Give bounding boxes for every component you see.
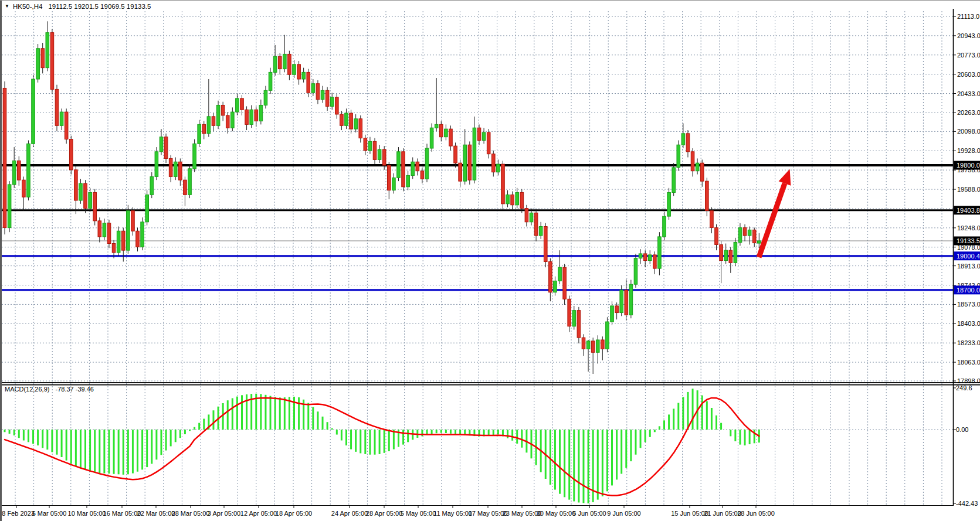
bearish-candle <box>364 138 367 151</box>
bullish-candle <box>430 128 433 148</box>
bearish-candle <box>278 56 282 69</box>
bullish-candle <box>330 97 334 106</box>
time-tick-label: 28 Mar 05:00 <box>172 510 210 517</box>
time-tick-label: 28 Apr 05:00 <box>366 510 402 517</box>
price-axis[interactable]: 21113.020943.020773.020603.020433.020263… <box>954 13 980 507</box>
annotation-arrow[interactable] <box>759 169 791 257</box>
price-tick-label: 19588.0 <box>957 186 980 193</box>
bearish-candle <box>710 210 714 227</box>
bullish-candle <box>155 152 158 177</box>
price-tick-label: 17898.0 <box>957 377 980 384</box>
bullish-candle <box>174 162 177 176</box>
bearish-candle <box>41 49 45 68</box>
bullish-candle <box>606 322 609 349</box>
price-tick-label: 21113.0 <box>957 13 979 20</box>
bearish-candle <box>706 181 709 210</box>
bullish-candle <box>283 54 287 69</box>
price-badge-label: 19800.0 <box>957 162 980 169</box>
bearish-candle <box>359 119 362 138</box>
bearish-candle <box>226 115 229 128</box>
bearish-candle <box>615 306 619 313</box>
bullish-candle <box>302 72 306 79</box>
bearish-candle <box>22 180 26 197</box>
bullish-candle <box>27 144 30 197</box>
time-tick-label: 6 Mar 05:00 <box>32 510 67 517</box>
bullish-candle <box>558 267 562 281</box>
time-axis[interactable]: 28 Feb 20236 Mar 05:0010 Mar 05:0016 Mar… <box>0 506 775 517</box>
bearish-candle <box>752 230 756 243</box>
bearish-candle <box>459 163 462 181</box>
bullish-candle <box>193 144 196 169</box>
price-tick-label: 20943.0 <box>957 32 980 39</box>
ohlc-values: 19112.5 19201.5 19069.5 19133.5 <box>48 3 151 10</box>
bearish-candle <box>184 180 187 195</box>
bearish-candle <box>520 192 524 208</box>
bearish-candle <box>350 113 353 129</box>
bearish-candle <box>416 162 419 171</box>
chart-canvas[interactable]: 21113.020943.020773.020603.020433.020263… <box>0 1 980 521</box>
bullish-candle <box>198 124 201 144</box>
bullish-candle <box>667 192 671 216</box>
bullish-candle <box>259 105 263 121</box>
bullish-candle <box>293 64 296 74</box>
time-tick-label: 5 May 05:00 <box>401 510 436 517</box>
bullish-candle <box>539 226 542 235</box>
macd-axis-label: 249.6 <box>956 384 972 391</box>
bullish-candle <box>311 84 315 93</box>
bearish-candle <box>288 54 291 74</box>
bearish-candle <box>653 255 657 268</box>
bullish-candle <box>236 98 239 112</box>
price-tick-label: 18403.0 <box>957 320 980 327</box>
bearish-candle <box>50 33 54 90</box>
bearish-candle <box>449 129 453 146</box>
bullish-candle <box>497 164 500 172</box>
bullish-candle <box>273 56 277 72</box>
bearish-candle <box>112 244 116 253</box>
time-tick-label: 21 Jun 05:00 <box>704 510 741 517</box>
bearish-candle <box>643 254 647 261</box>
window-left-edge <box>0 1 2 521</box>
bearish-candle <box>439 124 443 137</box>
bearish-candle <box>525 209 528 222</box>
bearish-candle <box>17 161 21 180</box>
bearish-candle <box>491 154 495 172</box>
bullish-candle <box>435 124 438 128</box>
price-tick-label: 19928.0 <box>957 147 980 154</box>
bearish-candle <box>402 152 405 187</box>
bearish-candle <box>487 132 490 154</box>
bullish-candle <box>321 90 324 99</box>
bullish-candle <box>738 227 742 242</box>
bearish-candle <box>297 64 301 79</box>
bearish-candle <box>549 261 552 292</box>
bearish-candle <box>121 231 125 250</box>
bearish-candle <box>3 88 6 227</box>
price-badge-label: 19133.5 <box>957 237 980 244</box>
bullish-candle <box>530 213 533 222</box>
bullish-candle <box>36 49 40 79</box>
time-tick-label: 16 Mar 05:00 <box>103 510 141 517</box>
bearish-candle <box>131 210 135 231</box>
time-tick-label: 15 Jun 05:00 <box>671 510 708 517</box>
bearish-candle <box>382 149 386 165</box>
bearish-candle <box>743 227 747 236</box>
time-tick-label: 12 Apr 05:00 <box>240 510 277 517</box>
bullish-candle <box>231 112 235 128</box>
price-tick-label: 18063.0 <box>957 359 980 366</box>
arrow-shaft <box>759 183 785 257</box>
symbol-dropdown-icon[interactable]: ▼ <box>5 4 9 9</box>
bullish-candle <box>207 117 211 134</box>
price-badge-label: 19403.8 <box>957 207 980 214</box>
bullish-candle <box>117 231 120 253</box>
bearish-candle <box>625 290 628 315</box>
bearish-candle <box>534 213 538 236</box>
bullish-candle <box>639 254 642 258</box>
price-tick-label: 18573.0 <box>957 301 980 308</box>
bullish-candle <box>60 112 63 125</box>
bearish-candle <box>65 112 68 139</box>
time-tick-label: 17 May 05:00 <box>469 510 508 517</box>
bullish-candle <box>586 341 590 349</box>
bearish-candle <box>98 221 101 237</box>
time-tick-label: 3 Apr 05:00 <box>208 510 240 517</box>
bullish-candle <box>620 290 623 313</box>
bullish-candle <box>269 72 272 90</box>
